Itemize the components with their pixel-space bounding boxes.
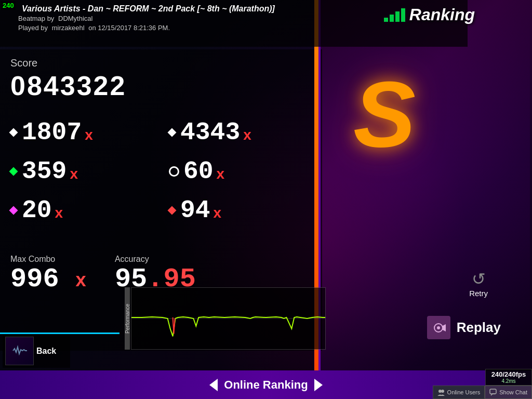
chat-icon bbox=[489, 389, 497, 396]
hit-right-1: 4343 x bbox=[158, 118, 309, 147]
perf-label-text: Performance bbox=[125, 303, 130, 333]
beatmap-label: Beatmap by bbox=[18, 15, 54, 22]
circle-icon bbox=[169, 166, 179, 177]
score-label: Score bbox=[10, 57, 126, 69]
retry-icon: ↺ bbox=[472, 269, 486, 289]
ranking-text: Ranking bbox=[409, 5, 475, 24]
bar4 bbox=[401, 8, 405, 22]
diamond-icon-2 bbox=[9, 167, 18, 176]
back-button[interactable]: Back bbox=[36, 347, 56, 356]
beatmap-author: DDMythical bbox=[58, 15, 92, 22]
hit-count-4343: 4343 bbox=[180, 118, 240, 147]
fps-main: 240/240fps bbox=[490, 370, 527, 378]
replay-camera-icon bbox=[431, 321, 446, 335]
hit-count-20: 20 bbox=[22, 196, 52, 224]
triangle-left-icon bbox=[209, 379, 218, 391]
combo-block: Max Combo 996 x bbox=[10, 255, 86, 295]
waveform-icon bbox=[12, 344, 28, 357]
bottom-right-bar: Online Users Show Chat bbox=[433, 385, 532, 399]
hit-count-94: 94 bbox=[180, 196, 210, 224]
online-users-label: Online Users bbox=[447, 389, 481, 395]
performance-graph bbox=[131, 287, 326, 350]
hit-count-1807: 1807 bbox=[22, 118, 82, 147]
diamond-icon-1 bbox=[9, 128, 18, 137]
played-label: Played by bbox=[18, 24, 48, 32]
replay-icon bbox=[427, 316, 450, 339]
fps-counter: 240 bbox=[1, 1, 16, 10]
score-section: Score 0843322 bbox=[10, 57, 126, 101]
retry-button[interactable]: ↺ Retry bbox=[469, 269, 488, 298]
song-thumbnail bbox=[5, 337, 34, 365]
show-chat-label: Show Chat bbox=[499, 389, 527, 395]
retry-label: Retry bbox=[469, 289, 488, 298]
svg-rect-6 bbox=[490, 389, 496, 394]
online-users-button[interactable]: Online Users bbox=[433, 385, 485, 399]
x-mark-1: x bbox=[85, 127, 93, 143]
hit-right-2: 60 x bbox=[158, 157, 309, 185]
played-info: Played by mirzakeehl on 12/15/2017 8:21:… bbox=[18, 24, 170, 32]
ranking-bars-icon bbox=[384, 8, 405, 22]
bar3 bbox=[395, 11, 400, 22]
player-name: mirzakeehl bbox=[52, 24, 85, 32]
hit-right-3: 94 x bbox=[158, 196, 309, 224]
hit-count-60: 60 bbox=[183, 157, 214, 185]
grade-s: S bbox=[353, 68, 416, 161]
ranking-logo: Ranking bbox=[384, 5, 475, 24]
show-chat-button[interactable]: Show Chat bbox=[485, 385, 532, 399]
x-mark-3: x bbox=[55, 205, 63, 221]
x-mark-r1: x bbox=[243, 127, 251, 143]
hits-container: 1807 x 4343 x 359 x 60 x 20 x 94 bbox=[8, 114, 314, 231]
diamond-icon-r3 bbox=[168, 206, 177, 215]
online-ranking-label: Online Ranking bbox=[224, 378, 308, 392]
combo-label: Max Combo bbox=[10, 255, 86, 264]
hit-left-1: 1807 x bbox=[8, 118, 158, 147]
hit-left-3: 20 x bbox=[8, 196, 158, 224]
fps-display: 240/240fps 4.2ms bbox=[485, 369, 532, 385]
performance-svg bbox=[131, 288, 325, 349]
bar1 bbox=[384, 18, 388, 22]
svg-point-3 bbox=[437, 326, 440, 329]
users-icon bbox=[437, 389, 445, 396]
diamond-icon-3 bbox=[9, 206, 18, 215]
score-value: 0843322 bbox=[10, 70, 126, 101]
bar2 bbox=[390, 15, 394, 22]
svg-point-5 bbox=[441, 390, 444, 393]
fps-sub: 4.2ms bbox=[490, 378, 527, 384]
replay-label: Replay bbox=[457, 320, 501, 336]
combo-x: x bbox=[75, 271, 87, 292]
accuracy-label: Accuracy bbox=[115, 255, 196, 264]
hit-row-3: 20 x 94 x bbox=[8, 192, 314, 229]
x-mark-2: x bbox=[70, 166, 78, 182]
triangle-right-icon bbox=[314, 379, 323, 391]
online-ranking-button[interactable]: Online Ranking bbox=[209, 378, 322, 392]
hit-row-2: 359 x 60 x bbox=[8, 153, 314, 190]
x-mark-r2: x bbox=[217, 166, 225, 182]
played-on: on 12/15/2017 8:21:36 PM. bbox=[88, 24, 170, 32]
hit-count-359: 359 bbox=[22, 157, 66, 185]
replay-button[interactable]: Replay bbox=[427, 316, 501, 339]
performance-label-vertical: Performance bbox=[125, 287, 130, 350]
beatmap-info: Beatmap by DDMythical bbox=[18, 15, 92, 22]
diamond-icon-r1 bbox=[168, 128, 177, 137]
hit-left-2: 359 x bbox=[8, 157, 158, 185]
combo-value: 996 x bbox=[10, 264, 86, 295]
combo-number: 996 bbox=[10, 264, 59, 295]
back-area[interactable]: Back bbox=[3, 334, 70, 368]
hit-row-1: 1807 x 4343 x bbox=[8, 114, 314, 151]
x-mark-r3: x bbox=[214, 205, 222, 221]
